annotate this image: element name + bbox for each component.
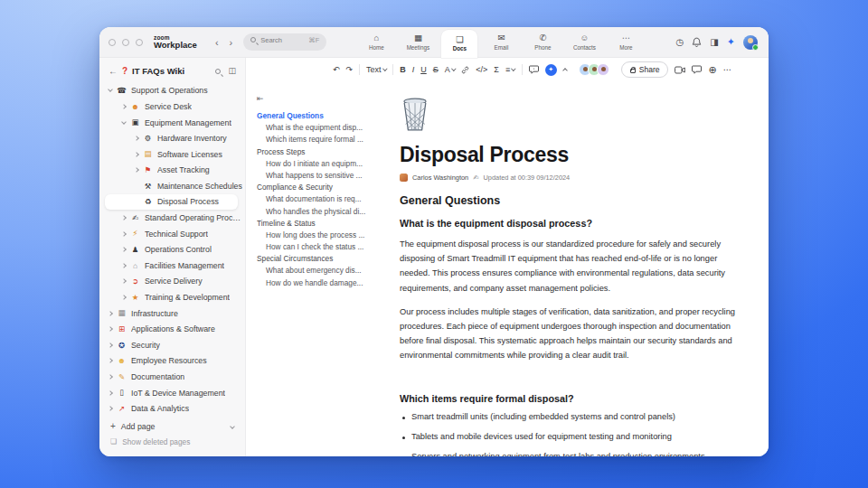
chevron-icon[interactable]: [121, 231, 127, 237]
toc-item[interactable]: Who handles the physical di...: [257, 206, 376, 218]
text-color-dropdown[interactable]: A: [445, 66, 456, 74]
bold-button[interactable]: B: [400, 66, 406, 74]
sidebar-item[interactable]: ☻ Service Desk: [99, 99, 245, 115]
toc-item[interactable]: Timeline & Status: [257, 218, 376, 230]
sidebar-item[interactable]: ▯ IoT & Device Management: [99, 385, 245, 401]
user-avatar[interactable]: [743, 35, 758, 50]
sidebar-item[interactable]: ♻ Disposal Process: [105, 194, 238, 211]
list-dropdown[interactable]: ≡: [505, 66, 515, 74]
search-input[interactable]: Search ⌘F: [243, 33, 326, 51]
ai-companion-button[interactable]: ✦: [545, 64, 557, 76]
strikethrough-button[interactable]: S: [433, 66, 439, 74]
nav-item[interactable]: ▦ Meetings: [400, 27, 436, 58]
nav-item[interactable]: ✆ Phone: [524, 27, 561, 58]
sidebar-item[interactable]: ▣ Equipment Management: [99, 115, 245, 131]
collapse-toc-icon[interactable]: ⇤: [257, 94, 376, 103]
toc-item[interactable]: What documentation is req...: [257, 193, 376, 205]
code-button[interactable]: </>: [476, 66, 487, 74]
chevron-icon[interactable]: [121, 119, 127, 125]
ai-companion-sparkle-icon[interactable]: ✦: [727, 37, 735, 47]
italic-button[interactable]: I: [412, 66, 415, 74]
text-style-dropdown[interactable]: Text: [366, 66, 386, 74]
toc-item[interactable]: What happens to sensitive ...: [257, 170, 376, 182]
history-forward-button[interactable]: ›: [230, 37, 233, 48]
sidebar-item[interactable]: ⚑ Asset Tracking: [99, 163, 245, 179]
sidebar-item[interactable]: ✎ Documentation: [99, 369, 245, 385]
sidebar-item[interactable]: ☎ Support & Operations: [99, 83, 245, 99]
toc-item[interactable]: Which items require formal ...: [257, 134, 376, 145]
chevron-icon[interactable]: [121, 279, 127, 285]
window-controls[interactable]: [108, 39, 143, 46]
chevron-icon[interactable]: [134, 136, 139, 141]
close-window-icon[interactable]: [108, 39, 116, 46]
toc-item[interactable]: What about emergency dis...: [257, 265, 376, 277]
toc-item[interactable]: General Questions: [257, 110, 376, 122]
undo-icon[interactable]: ↶: [333, 66, 340, 74]
nav-item[interactable]: ⋯ More: [608, 27, 644, 58]
chevron-icon[interactable]: [108, 359, 113, 364]
video-call-icon[interactable]: [675, 66, 685, 74]
more-options-icon[interactable]: ⋯: [723, 66, 731, 74]
toc-item[interactable]: What is the equipment disp...: [257, 122, 376, 134]
share-button[interactable]: Share: [621, 61, 669, 78]
document-page[interactable]: Disposal Process Carlos Washington ✍ Upd…: [380, 81, 769, 456]
language-globe-icon[interactable]: ⊕: [708, 65, 716, 75]
sidebar-item[interactable]: ⌂ Facilities Management: [99, 258, 245, 274]
sidebar-collapse-icon[interactable]: ◫: [228, 67, 236, 75]
link-icon[interactable]: [461, 66, 469, 74]
nav-item[interactable]: ❏ Docs: [441, 30, 477, 58]
sidebar-item[interactable]: ✍ Standard Operating Procedures: [99, 210, 245, 226]
sidebar-item[interactable]: ⚒ Maintenance Schedules: [99, 178, 245, 194]
sidebar-item[interactable]: ▤ Software Licenses: [99, 146, 245, 163]
sidebar-item[interactable]: ⊞ Applications & Software: [99, 321, 245, 337]
minimize-window-icon[interactable]: [122, 39, 129, 46]
chevron-icon[interactable]: [121, 104, 127, 109]
sidebar-item[interactable]: ★ Training & Development: [99, 289, 245, 305]
sidebar-search-icon[interactable]: [215, 69, 221, 74]
sidebar-back-icon[interactable]: ←: [108, 66, 118, 76]
add-page-button[interactable]: + Add page: [99, 418, 245, 434]
toc-item[interactable]: How do we handle damage...: [257, 277, 376, 289]
underline-button[interactable]: U: [420, 66, 427, 74]
sidebar-item[interactable]: ✪ Security: [99, 337, 245, 353]
chevron-icon[interactable]: [121, 215, 127, 221]
comment-icon[interactable]: [529, 65, 539, 74]
sidebar-item[interactable]: ▦ Infrastructure: [99, 305, 245, 322]
nav-item[interactable]: ⌂ Home: [358, 27, 394, 58]
notifications-bell-icon[interactable]: [692, 37, 702, 48]
chevron-icon[interactable]: [108, 343, 113, 348]
sidebar-item[interactable]: ♟ Operations Control: [99, 241, 245, 258]
toc-item[interactable]: How long does the process ...: [257, 230, 376, 241]
side-panel-toggle-icon[interactable]: ◨: [710, 38, 718, 47]
chat-icon[interactable]: [692, 65, 702, 74]
toc-item[interactable]: Special Circumstances: [257, 253, 376, 265]
chevron-icon[interactable]: [108, 390, 113, 396]
chevron-icon[interactable]: [108, 326, 113, 332]
chevron-icon[interactable]: [108, 374, 113, 380]
chevron-icon[interactable]: [108, 406, 113, 411]
collaborator-avatar[interactable]: [597, 63, 609, 76]
history-back-button[interactable]: ‹: [215, 37, 219, 48]
chevron-icon[interactable]: [108, 311, 113, 316]
sidebar-item[interactable]: ⚡ Technical Support: [99, 226, 245, 242]
history-clock-icon[interactable]: ◷: [676, 38, 684, 47]
sidebar-item[interactable]: ↗ Data & Analytics: [99, 400, 245, 417]
show-deleted-pages-button[interactable]: ❏ Show deleted pages: [99, 434, 245, 449]
chevron-icon[interactable]: [121, 295, 127, 300]
chevron-icon[interactable]: [121, 263, 127, 268]
chevron-icon[interactable]: [134, 167, 139, 173]
formula-button[interactable]: Σ: [494, 66, 499, 74]
nav-item[interactable]: ✉ Email: [483, 27, 519, 58]
redo-icon[interactable]: ↷: [346, 66, 354, 74]
toc-item[interactable]: How do I initiate an equipm...: [257, 158, 376, 170]
toc-item[interactable]: How can I check the status ...: [257, 241, 376, 253]
chevron-icon[interactable]: [121, 247, 127, 252]
nav-item[interactable]: ☺ Contacts: [566, 27, 602, 58]
sidebar-item[interactable]: ➲ Service Delivery: [99, 274, 245, 290]
sidebar-item[interactable]: ☻ Employee Resources: [99, 353, 245, 370]
toc-item[interactable]: Process Steps: [257, 146, 376, 158]
toc-item[interactable]: Compliance & Security: [257, 182, 376, 193]
zoom-window-icon[interactable]: [136, 39, 143, 46]
chevron-icon[interactable]: [108, 87, 113, 92]
collapse-toolbar-icon[interactable]: [562, 68, 568, 73]
